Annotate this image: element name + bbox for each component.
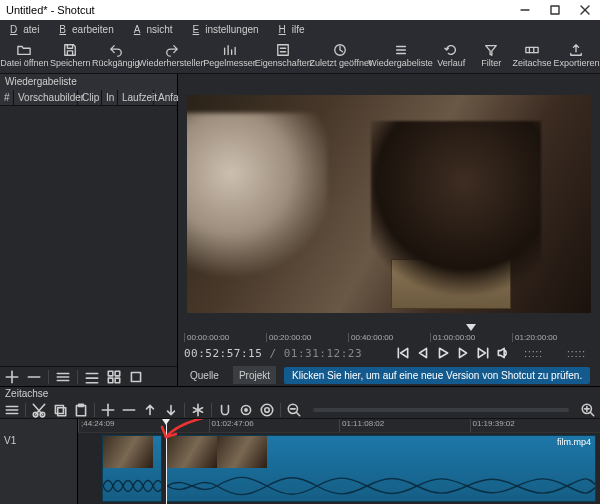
history-button[interactable]: Verlauf [431,38,471,73]
preview-pane: 00:00:00:00 00:20:00:00 00:40:00:00 01:0… [178,74,600,386]
svg-rect-4 [278,45,289,56]
properties-button[interactable]: Eigenschaften [255,38,310,73]
menu-settings[interactable]: Einstellungen [187,22,271,37]
playlist-tools [0,366,177,386]
recent-button[interactable]: Zuletzt geöffnet [311,38,370,73]
playlist-pane: Wiedergabeliste # Vorschaubilder Clip In… [0,74,178,386]
peakmeter-icon [222,43,236,57]
timeline-title: Zeitachse [0,387,600,401]
timeline-playhead-icon[interactable] [166,419,167,504]
menu-view[interactable]: Ansicht [128,22,185,37]
scrub-icon[interactable] [238,402,254,418]
playlist-col-thumb[interactable]: Vorschaubilder [14,90,78,105]
playlist-view-tiles-icon[interactable] [106,369,122,385]
timeline-button[interactable]: Zeitachse [511,38,553,73]
video-track[interactable]: film.mp4 [78,433,600,504]
svg-rect-23 [108,371,113,376]
skip-end-icon[interactable] [476,346,490,360]
playlist-remove-icon[interactable] [26,369,42,385]
playlist-col-duration[interactable]: Laufzeit [118,90,154,105]
svg-point-42 [245,408,247,410]
close-button[interactable] [570,0,600,20]
update-banner[interactable]: Klicken Sie hier, um auf eine neue Versi… [284,367,590,384]
timeline-tools [0,401,600,419]
transport-bar: 00:52:57:15 / 01:31:12:23 ::::: ::::: [178,342,600,364]
timeline-menu-icon[interactable] [4,402,20,418]
prev-frame-icon[interactable] [416,346,430,360]
export-button[interactable]: Exportieren [553,38,600,73]
source-project-row: Quelle Projekt Klicken Sie hier, um auf … [178,364,600,386]
track-name[interactable]: V1 [4,435,73,452]
open-file-button[interactable]: Datei öffnen [0,38,49,73]
playlist-col-index[interactable]: # [0,90,14,105]
svg-rect-25 [108,378,113,383]
zoom-slider[interactable] [313,408,569,412]
zoom-in-icon[interactable] [580,402,596,418]
volume-icon[interactable] [496,346,510,360]
ripple-icon[interactable] [259,402,275,418]
peakmeter-button[interactable]: Pegelmesser [203,38,255,73]
filter-button[interactable]: Filter [471,38,511,73]
tab-project[interactable]: Projekt [233,366,276,384]
playlist-title: Wiedergabeliste [0,74,177,90]
overwrite-icon[interactable] [163,402,179,418]
paste-icon[interactable] [73,402,89,418]
zoom-in-dots-icon[interactable]: ::::: [567,348,586,359]
timeline-canvas[interactable]: ;44:24:09 01:02:47:06 01:11:08:02 01:19:… [78,419,600,504]
video-preview[interactable] [187,95,591,313]
timeline-clip[interactable]: film.mp4 [166,435,596,502]
redo-button[interactable]: Wiederherstellen [140,38,203,73]
playlist-add-icon[interactable] [4,369,20,385]
snap-icon[interactable] [217,402,233,418]
undo-icon [109,43,123,57]
skip-start-icon[interactable] [396,346,410,360]
folder-open-icon [17,43,31,57]
menu-edit[interactable]: Bearbeiten [53,22,125,37]
window-titlebar: Untitled* - Shotcut [0,0,600,20]
svg-point-43 [265,407,270,412]
timeline-icon [525,43,539,57]
minimize-button[interactable] [510,0,540,20]
clock-icon [333,43,347,57]
playlist-col-in[interactable]: In [102,90,118,105]
playlist-view-details-icon[interactable] [84,369,100,385]
lift-icon[interactable] [142,402,158,418]
menu-help[interactable]: Hilfe [273,22,317,37]
svg-line-49 [590,412,593,415]
playlist-body[interactable] [0,106,177,366]
properties-icon [276,43,290,57]
tab-source[interactable]: Quelle [184,366,225,384]
append-icon[interactable] [100,402,116,418]
export-icon [569,43,583,57]
timeline-ruler[interactable]: ;44:24:09 01:02:47:06 01:11:08:02 01:19:… [78,419,600,433]
svg-rect-27 [131,372,140,381]
playlist-col-clip[interactable]: Clip [78,90,102,105]
track-header: V1 [0,419,78,504]
next-frame-icon[interactable] [456,346,470,360]
playlist-button[interactable]: Wiedergabeliste [370,38,431,73]
svg-line-46 [296,412,299,415]
preview-ruler[interactable]: 00:00:00:00 00:20:00:00 00:40:00:00 01:0… [178,324,600,342]
timeline-clip[interactable] [102,435,162,502]
save-icon [63,43,77,57]
cut-icon[interactable] [31,402,47,418]
zoom-out-icon[interactable] [286,402,302,418]
svg-rect-26 [115,378,120,383]
history-icon [444,43,458,57]
copy-icon[interactable] [52,402,68,418]
list-icon [394,43,408,57]
zoom-out-dots-icon[interactable]: ::::: [524,348,543,359]
undo-button[interactable]: Rückgängig [92,38,140,73]
timecode-display[interactable]: 00:52:57:15 / 01:31:12:23 [184,347,362,360]
playlist-view-icons-icon[interactable] [128,369,144,385]
save-button[interactable]: Speichern [49,38,92,73]
split-icon[interactable] [190,402,206,418]
remove-icon[interactable] [121,402,137,418]
menu-bar: Datei Bearbeiten Ansicht Einstellungen H… [0,20,600,38]
maximize-button[interactable] [540,0,570,20]
play-icon[interactable] [436,346,450,360]
preview-playhead-icon[interactable] [466,324,476,331]
svg-rect-35 [58,407,66,415]
playlist-menu-icon[interactable] [55,369,71,385]
menu-file[interactable]: Datei [4,22,51,37]
